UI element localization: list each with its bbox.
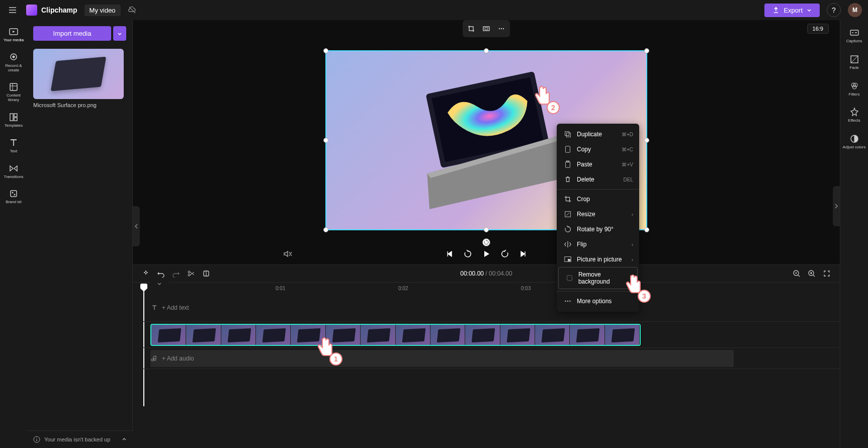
- user-avatar[interactable]: M: [848, 3, 862, 17]
- play-button[interactable]: [481, 249, 491, 259]
- import-media-dropdown[interactable]: [113, 26, 126, 41]
- ai-sparkle-icon[interactable]: [142, 270, 150, 278]
- svg-point-8: [12, 192, 14, 194]
- zoom-fit-icon[interactable]: [823, 270, 831, 278]
- ctx-shortcut: DEL: [624, 177, 633, 183]
- sidebar-item-templates[interactable]: Templates: [2, 112, 26, 128]
- import-media-button[interactable]: Import media: [33, 26, 111, 41]
- timeline-ruler[interactable]: 0:010:020:03: [143, 283, 840, 294]
- split-clip-icon[interactable]: [202, 270, 210, 278]
- sidebar-item-effects[interactable]: Effects: [842, 107, 866, 123]
- rail-label: Captions: [846, 39, 862, 44]
- crop-tool-icon[interactable]: [465, 22, 478, 35]
- canvas-area: 16:9: [133, 20, 840, 448]
- chevron-down-icon: [807, 8, 812, 13]
- rail-label: Filters: [849, 93, 860, 97]
- sidebar-item-content[interactable]: Content library: [2, 81, 26, 103]
- sidebar-item-text[interactable]: Text: [2, 137, 26, 154]
- resize-handle-br[interactable]: [644, 227, 649, 232]
- aspect-ratio-selector[interactable]: 16:9: [807, 24, 829, 34]
- clip-thumbnail-frame: [465, 325, 500, 345]
- sidebar-item-record[interactable]: Record & create: [2, 52, 26, 73]
- context-menu-picture-in-picture[interactable]: Picture in picture›: [557, 252, 639, 267]
- svg-rect-31: [566, 146, 570, 152]
- skip-end-icon[interactable]: [518, 249, 528, 258]
- context-menu-flip[interactable]: Flip›: [557, 237, 639, 252]
- undo-icon[interactable]: [157, 270, 165, 278]
- canvas-stage[interactable]: [133, 37, 840, 243]
- clip-thumbnail-frame: [396, 325, 430, 345]
- context-menu-paste[interactable]: Paste⌘+V: [557, 157, 639, 172]
- context-menu-more-options[interactable]: More options: [557, 294, 639, 309]
- ctx-label: Rotate by 90°: [577, 226, 614, 233]
- resize-handle-bl[interactable]: [323, 227, 328, 232]
- context-menu-delete[interactable]: DeleteDEL: [557, 172, 639, 187]
- context-menu-copy[interactable]: Copy⌘+C: [557, 142, 639, 157]
- clip-thumbnail-frame: [291, 325, 325, 345]
- project-name-field[interactable]: My video: [84, 5, 121, 16]
- context-menu-resize[interactable]: Resize›: [557, 207, 639, 222]
- sidebar-item-brand[interactable]: Brand kit: [2, 188, 26, 205]
- sidebar-item-fade[interactable]: Fade: [842, 54, 866, 70]
- timeline[interactable]: 0:010:020:03 + Add text: [133, 283, 840, 448]
- timeline-playhead[interactable]: [140, 284, 147, 292]
- more-tool-icon[interactable]: [495, 22, 508, 35]
- svg-rect-29: [565, 132, 569, 136]
- resize-handle-tl[interactable]: [323, 48, 328, 53]
- context-menu-crop[interactable]: Crop: [557, 192, 639, 207]
- context-menu-remove-background[interactable]: Remove background: [558, 267, 638, 289]
- video-track[interactable]: [143, 322, 840, 348]
- ctx-label: Paste: [577, 161, 592, 168]
- sidebar-item-filters[interactable]: Filters: [842, 80, 866, 97]
- fit-tool-icon[interactable]: [480, 22, 493, 35]
- speaker-off-icon[interactable]: [283, 249, 293, 259]
- rail-label: Text: [10, 149, 18, 154]
- sidebar-item-captions[interactable]: Captions: [842, 27, 866, 44]
- svg-point-11: [499, 28, 500, 29]
- hamburger-menu[interactable]: [6, 4, 19, 17]
- rail-label: Templates: [5, 124, 23, 128]
- clip-thumbnail-frame: [430, 325, 465, 345]
- rewind-icon[interactable]: [463, 249, 472, 258]
- export-button[interactable]: Export: [764, 4, 820, 17]
- resize-handle-lm[interactable]: [323, 138, 328, 143]
- svg-rect-4: [10, 114, 13, 121]
- zoom-in-icon[interactable]: [808, 270, 816, 278]
- sidebar-item-adjust[interactable]: Adjust colors: [842, 133, 866, 150]
- flip-icon: [564, 240, 572, 248]
- timecode-display: 00:00.00 / 00:04.00: [460, 270, 512, 277]
- rail-label: Brand kit: [6, 200, 22, 205]
- cloud-off-icon[interactable]: [128, 6, 137, 15]
- clip-thumbnail-frame: [151, 325, 186, 345]
- rail-label: Record & create: [2, 64, 26, 73]
- audio-waveform-band[interactable]: [150, 350, 734, 367]
- zoom-out-icon[interactable]: [793, 270, 801, 278]
- clip-thumbnail-frame: [221, 325, 256, 345]
- rail-label: Your media: [4, 38, 24, 43]
- resize-handle-bm[interactable]: [484, 227, 489, 232]
- resize-handle-rm[interactable]: [644, 138, 649, 143]
- ctx-shortcut: ⌘+V: [622, 162, 633, 167]
- context-menu-duplicate[interactable]: Duplicate⌘+D: [557, 127, 639, 142]
- resize-handle-tr[interactable]: [644, 48, 649, 53]
- text-track[interactable]: + Add text: [143, 294, 840, 322]
- context-menu-rotate-by-90-[interactable]: Rotate by 90°: [557, 222, 639, 237]
- clip-thumbnail-frame: [535, 325, 570, 345]
- app-name: Clipchamp: [41, 6, 77, 14]
- scissors-icon[interactable]: [187, 270, 195, 278]
- backup-status-bar[interactable]: Your media isn't backed up: [27, 430, 133, 448]
- sidebar-item-your-media[interactable]: Your media: [2, 26, 26, 43]
- skip-start-icon[interactable]: [445, 249, 454, 258]
- redo-icon[interactable]: [172, 270, 180, 278]
- media-panel: Import media Microsoft Surface pro.png: [27, 20, 133, 448]
- audio-track[interactable]: + Add audio: [143, 348, 840, 369]
- sidebar-item-transitions[interactable]: Transitions: [2, 163, 26, 180]
- collapse-right-panel[interactable]: [833, 186, 840, 226]
- media-thumbnail[interactable]: [33, 49, 124, 99]
- help-button[interactable]: ?: [827, 3, 841, 17]
- ctx-label: Crop: [577, 196, 590, 203]
- resize-handle-tm[interactable]: [484, 48, 489, 53]
- video-clip[interactable]: [150, 324, 641, 346]
- forward-icon[interactable]: [500, 249, 509, 258]
- bg-icon: [566, 274, 573, 282]
